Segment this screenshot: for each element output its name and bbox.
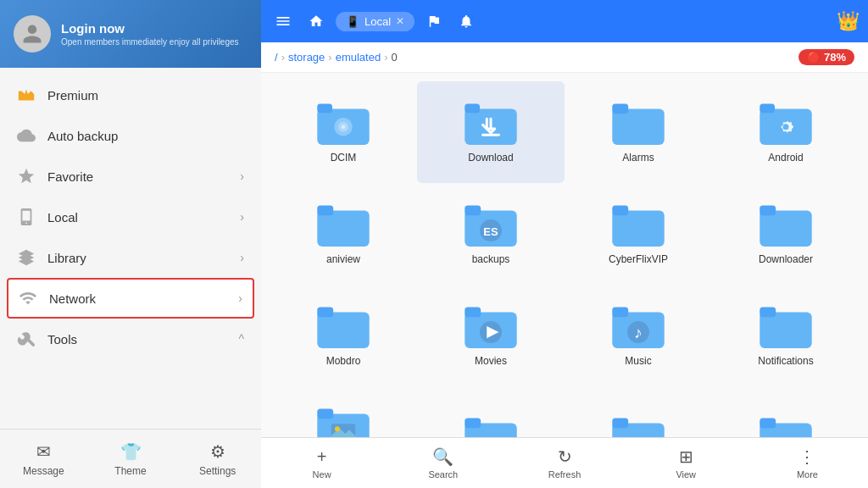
flag-button[interactable]: [421, 10, 447, 32]
cloud-icon: [17, 126, 36, 145]
sidebar-item-premium-label: Premium: [47, 88, 244, 103]
svg-rect-7: [465, 104, 480, 114]
folder-item-cyberflixvip[interactable]: CyberFlixVIP: [565, 183, 712, 285]
folder-icon-folder16: [759, 415, 813, 437]
view-button[interactable]: ⊞ View: [626, 441, 747, 485]
search-icon: 🔍: [432, 446, 453, 467]
folder-name-downloader: Downloader: [759, 253, 813, 265]
bell-button[interactable]: [453, 10, 479, 32]
sidebar-item-favorite[interactable]: Favorite ›: [0, 156, 261, 197]
hamburger-menu-button[interactable]: [270, 9, 297, 33]
folder-icon-dcim: [316, 101, 370, 145]
folder-item-backups[interactable]: ESbackups: [417, 183, 565, 285]
sidebar-item-tools[interactable]: Tools ^: [0, 319, 261, 359]
svg-rect-22: [760, 210, 811, 247]
storage-badge: 🔴 78%: [798, 49, 854, 65]
new-label: New: [313, 469, 331, 480]
more-icon: ⋮: [798, 446, 815, 467]
sidebar-header-text: Login now Open members immediately enjoy…: [61, 21, 239, 47]
chevron-down-icon-library: ›: [240, 251, 244, 264]
avatar: [14, 15, 51, 53]
tab-message[interactable]: ✉ Message: [0, 430, 87, 488]
sidebar-item-network[interactable]: Network ›: [7, 278, 254, 319]
folder-item-folder16[interactable]: [712, 386, 860, 437]
folder-name-movies: Movies: [475, 355, 507, 367]
breadcrumb-root[interactable]: /: [275, 51, 278, 64]
folder-icon-alarms: [611, 101, 665, 145]
svg-text:ES: ES: [483, 225, 498, 238]
folder-item-dcim[interactable]: DCIM: [270, 81, 417, 183]
svg-rect-2: [317, 104, 332, 114]
local-tab[interactable]: 📱 Local ✕: [336, 12, 415, 31]
svg-rect-12: [760, 104, 775, 114]
plus-icon: +: [317, 447, 327, 467]
wrench-icon: [17, 330, 36, 348]
svg-rect-10: [612, 104, 628, 114]
folder-item-mobdro[interactable]: Mobdro: [270, 285, 417, 386]
folder-icon-mobdro: [316, 304, 370, 348]
tab-theme[interactable]: 👕 Theme: [87, 430, 175, 488]
more-button[interactable]: ⋮ More: [747, 441, 868, 485]
svg-rect-25: [317, 308, 333, 318]
folder-item-notifications[interactable]: Notifications: [712, 285, 860, 386]
breadcrumb-emulated[interactable]: emulated: [336, 51, 381, 64]
svg-text:♪: ♪: [634, 324, 642, 341]
folder-icon-music: ♪: [611, 304, 665, 348]
folder-name-music: Music: [625, 355, 651, 367]
sidebar-item-favorite-label: Favorite: [47, 169, 228, 184]
folder-item-movies[interactable]: Movies: [417, 285, 565, 386]
main-content: 📱 Local ✕ 👑 / › storage › emulated › 0 🔴…: [261, 0, 868, 488]
folder-item-download[interactable]: Download: [417, 81, 565, 183]
view-icon: ⊞: [679, 446, 693, 467]
sidebar-item-premium[interactable]: Premium: [0, 75, 261, 115]
sidebar-item-library[interactable]: Library ›: [0, 237, 261, 278]
crown-icon: 👑: [837, 10, 860, 32]
folder-item-android[interactable]: Android: [712, 81, 860, 183]
sidebar: Login now Open members immediately enjoy…: [0, 0, 261, 488]
folder-icon-android: [759, 101, 813, 145]
svg-rect-45: [760, 419, 776, 429]
svg-rect-15: [317, 206, 333, 216]
folder-item-pictures[interactable]: Pictures: [270, 386, 417, 437]
folder-name-backups: backups: [472, 253, 510, 265]
breadcrumb-storage[interactable]: storage: [288, 51, 325, 64]
sidebar-item-autobackup[interactable]: Auto backup: [0, 115, 261, 156]
search-button[interactable]: 🔍 Search: [382, 441, 504, 485]
phone-icon: [17, 208, 36, 226]
message-icon: ✉: [36, 441, 51, 462]
login-title: Login now: [61, 21, 239, 36]
folder-item-music[interactable]: ♪Music: [565, 285, 712, 386]
svg-rect-31: [612, 308, 628, 318]
tab-settings[interactable]: ⚙ Settings: [174, 430, 261, 488]
tab-theme-label: Theme: [114, 465, 146, 477]
folder-name-notifications: Notifications: [758, 355, 813, 367]
topbar: 📱 Local ✕ 👑: [261, 0, 868, 42]
svg-rect-37: [317, 409, 333, 419]
folder-name-download: Download: [468, 152, 513, 164]
folder-name-cyberflixvip: CyberFlixVIP: [609, 253, 668, 265]
svg-rect-23: [760, 206, 776, 216]
folder-icon-download: [464, 101, 518, 145]
folder-item-aniview[interactable]: aniview: [270, 183, 417, 285]
local-tab-phone-icon: 📱: [346, 15, 359, 28]
breadcrumb: / › storage › emulated › 0 🔴 78%: [261, 42, 868, 73]
view-label: View: [676, 469, 696, 480]
sidebar-item-local[interactable]: Local ›: [0, 197, 261, 237]
folder-name-android: Android: [768, 152, 803, 164]
folder-item-folder15[interactable]: [565, 386, 712, 437]
close-tab-icon[interactable]: ✕: [396, 15, 404, 27]
login-sub: Open members immediately enjoy all privi…: [61, 37, 239, 47]
new-button[interactable]: + New: [261, 442, 382, 485]
svg-point-39: [335, 426, 340, 431]
search-label: Search: [428, 469, 458, 480]
folder-icon-backups: ES: [464, 202, 518, 247]
network-icon: [19, 289, 37, 308]
tab-message-label: Message: [23, 465, 64, 477]
folder-item-alarms[interactable]: Alarms: [565, 81, 712, 183]
home-button[interactable]: [303, 10, 329, 32]
refresh-button[interactable]: ↻ Refresh: [504, 441, 625, 485]
pie-icon: 🔴: [807, 51, 821, 64]
folder-item-folder14[interactable]: [417, 386, 565, 437]
folder-item-downloader[interactable]: Downloader: [712, 183, 860, 285]
svg-rect-14: [317, 210, 369, 247]
